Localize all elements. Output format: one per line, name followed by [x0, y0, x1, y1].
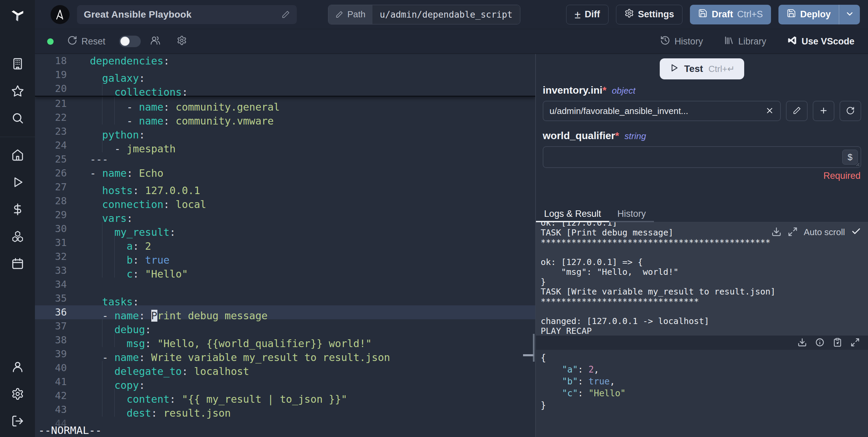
collaborators-button[interactable]	[150, 35, 160, 48]
close-icon	[765, 106, 774, 116]
test-button[interactable]: Test Ctrl+↵	[660, 58, 744, 79]
edit-title-pencil-icon[interactable]	[281, 10, 290, 19]
code-line[interactable]: 43dest: result.json	[35, 403, 535, 417]
plus-icon	[819, 106, 828, 116]
sidebar-item-settings[interactable]	[0, 381, 35, 408]
download-icon	[797, 338, 807, 348]
code-line[interactable]: 42content: "{{ my_result | to_json }}"	[35, 389, 535, 403]
code-line[interactable]: 34	[35, 278, 535, 291]
assistant-toggle[interactable]	[119, 36, 141, 47]
path-label-section: Path	[328, 5, 372, 24]
sidebar-item-logout[interactable]	[0, 408, 35, 435]
sidebar	[0, 0, 35, 437]
code-line[interactable]: 32b: true	[35, 250, 535, 264]
copy-result-button[interactable]	[833, 338, 842, 348]
editor-settings-button[interactable]	[177, 35, 187, 48]
result-pane[interactable]: { "a": 2, "b": true, "c": "Hello"}	[536, 350, 868, 437]
code-line[interactable]: 19galaxy:	[35, 68, 535, 82]
code-line[interactable]: 27hosts: 127.0.0.1	[35, 180, 535, 194]
line-number: 27	[35, 180, 67, 194]
draft-button[interactable]: Draft Ctrl+S	[690, 5, 771, 24]
code-line[interactable]: 40delegate_to: localhost	[35, 361, 535, 375]
code-line[interactable]: 24- jmespath	[35, 138, 535, 152]
code-line[interactable]: 22- name: community.vmware	[35, 111, 535, 125]
sidebar-item-workspaces[interactable]	[0, 51, 35, 78]
check-icon[interactable]	[851, 226, 861, 238]
deploy-options-button[interactable]	[839, 5, 860, 24]
reset-button[interactable]: Reset	[67, 35, 105, 48]
windmill-logo-icon[interactable]	[0, 0, 35, 29]
code-line[interactable]: 44	[35, 417, 535, 431]
download-logs-button[interactable]	[771, 227, 782, 238]
save-icon	[787, 8, 796, 20]
line-number: 26	[35, 166, 67, 180]
refresh-resource-button[interactable]	[840, 101, 861, 121]
line-number: 32	[35, 250, 67, 264]
line-number: 38	[35, 333, 67, 347]
code-line[interactable]: 41copy:	[35, 375, 535, 389]
resize-handle-icon[interactable]	[855, 162, 860, 166]
script-title-input[interactable]: Great Ansible Playbook	[77, 5, 297, 24]
path-control[interactable]: Path u/admin/dependable_script	[328, 5, 520, 24]
code-line[interactable]: 28connection: local	[35, 194, 535, 208]
log-line	[541, 247, 868, 257]
inventory-resource-input[interactable]: u/admin/favorable_ansible_invent...	[543, 101, 781, 121]
code-line[interactable]: 18dependencies:	[35, 54, 535, 68]
library-button[interactable]: Library	[724, 35, 766, 48]
sidebar-item-user[interactable]	[0, 354, 35, 381]
edit-inventory-button[interactable]	[786, 101, 808, 121]
vscode-icon	[787, 35, 797, 48]
search-icon	[11, 112, 24, 126]
code-line[interactable]: 25---	[35, 152, 535, 166]
tab-history[interactable]: History	[609, 206, 654, 222]
settings-button[interactable]: Settings	[616, 5, 683, 24]
sidebar-item-variables[interactable]	[0, 196, 35, 223]
sidebar-item-schedules[interactable]	[0, 250, 35, 278]
code-line[interactable]: 21- name: community.general	[35, 97, 535, 111]
tab-logs-result[interactable]: Logs & Result	[536, 206, 609, 222]
code-line[interactable]: 26- name: Echo	[35, 166, 535, 180]
code-line[interactable]: 20collections:	[35, 82, 535, 96]
world-qualifier-input[interactable]	[543, 147, 861, 167]
inventory-label: inventory.ini	[543, 84, 602, 96]
clear-inventory-button[interactable]	[765, 106, 774, 116]
sidebar-item-resources[interactable]	[0, 223, 35, 250]
code-line[interactable]: 31a: 2	[35, 236, 535, 250]
history-button[interactable]: History	[660, 35, 703, 48]
code-line[interactable]: 29vars:	[35, 208, 535, 222]
autoscroll-label[interactable]: Auto scroll	[804, 227, 845, 238]
code-line[interactable]: 30my_result:	[35, 222, 535, 236]
sidebar-item-home[interactable]	[0, 142, 35, 169]
code-line[interactable]: 33c: "Hello"	[35, 264, 535, 278]
diff-button[interactable]: ± Diff	[566, 5, 609, 24]
deploy-split-button: Deploy	[778, 5, 860, 24]
expand-logs-button[interactable]	[788, 227, 798, 238]
sidebar-item-runs[interactable]	[0, 169, 35, 196]
add-resource-button[interactable]	[813, 101, 834, 121]
line-number: 37	[35, 319, 67, 333]
deploy-button[interactable]: Deploy	[778, 5, 839, 24]
code-line[interactable]: 23python:	[35, 125, 535, 138]
code-line[interactable]: 38msg: "Hello, {{world_qualifier}} world…	[35, 333, 535, 347]
log-pane[interactable]: Auto scroll ok: [127.0.0.1]TASK [Print d…	[536, 222, 868, 336]
line-number: 23	[35, 125, 67, 138]
editor-scrollbar-thumb[interactable]	[533, 334, 535, 362]
code-line[interactable]: 36- name: Print debug message	[35, 305, 535, 319]
line-number: 31	[35, 236, 67, 250]
expand-result-button[interactable]	[850, 338, 860, 348]
download-result-button[interactable]	[797, 338, 807, 348]
inventory-row: u/admin/favorable_ansible_invent...	[536, 101, 868, 121]
code-editor[interactable]: 18dependencies:19galaxy:20collections: 2…	[35, 54, 535, 437]
users-icon	[150, 35, 160, 48]
sidebar-item-favorites[interactable]	[0, 78, 35, 105]
log-line: TASK [Write variable my_result to result…	[541, 287, 868, 297]
code-line[interactable]: 37debug:	[35, 319, 535, 333]
result-line: {	[541, 352, 868, 364]
code-line[interactable]: 39- name: Write variable my_result to re…	[35, 347, 535, 361]
result-info-button[interactable]	[815, 338, 825, 348]
log-line: "msg": "Hello, world!"	[541, 267, 868, 277]
sidebar-item-search[interactable]	[0, 105, 35, 132]
building-icon	[11, 57, 24, 71]
code-line[interactable]: 35tasks:	[35, 291, 535, 305]
use-vscode-button[interactable]: Use VScode	[787, 35, 854, 48]
